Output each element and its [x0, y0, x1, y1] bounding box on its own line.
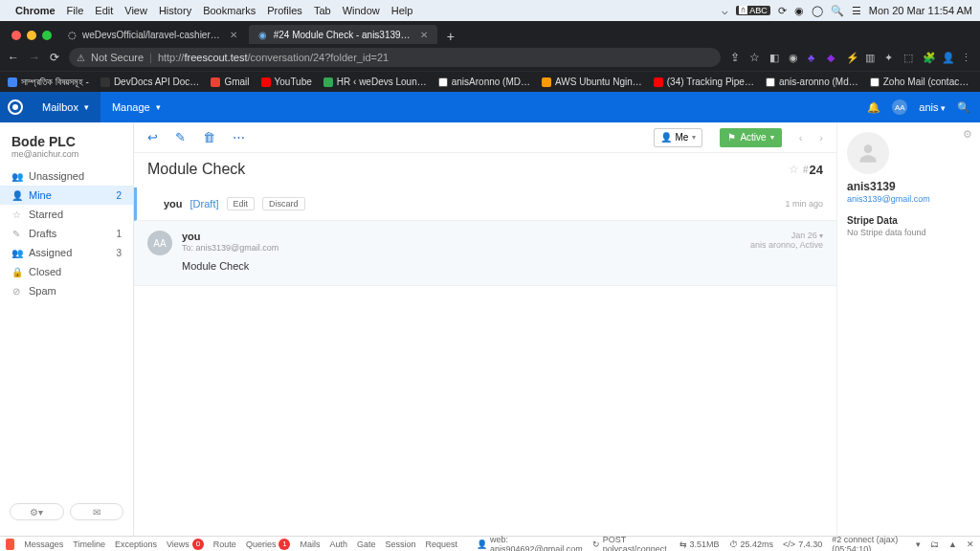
close-icon[interactable]: ✕	[230, 30, 237, 40]
bookmark-item[interactable]: AWS Ubuntu Ngin…	[542, 77, 642, 87]
ext-icon[interactable]: ♣	[808, 52, 819, 63]
debug-tab[interactable]: Messages	[24, 540, 63, 549]
control-center-icon[interactable]: ☰	[852, 5, 861, 17]
eye-icon[interactable]: ◉	[794, 5, 804, 17]
browser-tab-0[interactable]: ◌ weDevsOfficial/laravel-cashier… ✕	[57, 25, 247, 44]
back-button[interactable]: ←	[8, 51, 19, 64]
ext-icon[interactable]: ◉	[789, 52, 800, 63]
ext-icon[interactable]: ◆	[827, 52, 838, 63]
debug-tab[interactable]: Exceptions	[115, 540, 157, 549]
bluetooth-icon[interactable]: ⌵	[722, 5, 728, 17]
profile-icon[interactable]: 👤	[942, 52, 953, 63]
menu-history[interactable]: History	[159, 5, 191, 16]
search-icon[interactable]: 🔍	[957, 101, 970, 114]
bookmark-item[interactable]: YouTube	[261, 77, 312, 87]
debug-memory: ⇆ 3.51MB	[679, 540, 720, 549]
forward-button[interactable]: →	[29, 51, 40, 64]
debug-tab-views[interactable]: Views0	[167, 539, 204, 550]
menu-edit[interactable]: Edit	[95, 5, 113, 16]
debug-ajax[interactable]: #2 connect (ajax) (05:54:10) ▾	[832, 535, 921, 552]
sync-icon[interactable]: ⟳	[778, 5, 787, 17]
clock[interactable]: Mon 20 Mar 11:54 AM	[869, 5, 972, 16]
search-icon[interactable]: 🔍	[831, 5, 844, 17]
more-icon[interactable]: ⋯	[233, 130, 245, 144]
debug-folder-icon[interactable]: 🗂	[930, 540, 939, 549]
folder-assigned[interactable]: 👥Assigned3	[0, 243, 133, 262]
new-tab-button[interactable]: +	[439, 29, 462, 44]
note-icon[interactable]: ✎	[175, 130, 186, 144]
status-dropdown[interactable]: ⚑Active	[720, 128, 781, 147]
nav-mailbox[interactable]: Mailbox	[31, 92, 100, 122]
debug-up-icon[interactable]: ▲	[948, 540, 957, 549]
bookmark-item[interactable]: anisAronno (MD…	[438, 77, 530, 87]
draft-row[interactable]: you [Draft] Edit Discard 1 min ago	[134, 187, 836, 221]
bookmark-item[interactable]: DevDocs API Doc…	[100, 77, 199, 87]
folder-starred[interactable]: ☆Starred	[0, 205, 133, 224]
assignee-dropdown[interactable]: 👤Me	[654, 128, 703, 147]
menu-help[interactable]: Help	[391, 5, 413, 16]
message-date[interactable]: Jan 26	[750, 231, 823, 240]
folder-spam[interactable]: ⊘Spam	[0, 281, 133, 300]
star-icon[interactable]: ☆	[789, 163, 799, 176]
menu-icon[interactable]: ⋮	[961, 52, 972, 63]
bookmark-star-icon[interactable]: ☆	[749, 51, 760, 64]
delete-icon[interactable]: 🗑	[203, 130, 215, 144]
close-icon[interactable]: ✕	[420, 30, 428, 40]
ext-icon[interactable]: ▥	[865, 52, 877, 63]
menu-bookmarks[interactable]: Bookmarks	[203, 5, 256, 16]
debug-tab[interactable]: Timeline	[73, 540, 105, 549]
edit-draft-button[interactable]: Edit	[227, 197, 256, 210]
bookmark-item[interactable]: anis-aronno (Md…	[766, 77, 858, 87]
app-logo[interactable]	[0, 92, 31, 122]
debug-close-icon[interactable]: ✕	[967, 540, 974, 549]
next-conversation[interactable]: ›	[819, 132, 823, 143]
debug-tab[interactable]: Auth	[329, 540, 347, 549]
debugbar-logo-icon[interactable]	[6, 539, 14, 550]
bookmark-item[interactable]: (34) Tracking Pipe…	[654, 77, 754, 87]
ext-icon[interactable]: ✦	[884, 52, 896, 63]
menu-app[interactable]: Chrome	[15, 5, 56, 16]
bookmark-item[interactable]: সাম্প্রতিক বিষয়সমূহ -	[8, 77, 89, 88]
menu-file[interactable]: File	[67, 5, 84, 16]
menu-view[interactable]: View	[124, 5, 147, 16]
bookmark-item[interactable]: Gmail	[211, 77, 249, 87]
ext-icon[interactable]: ◧	[769, 52, 781, 63]
debug-tab[interactable]: Request	[425, 540, 457, 549]
user-menu[interactable]: anis	[919, 101, 946, 113]
reload-button[interactable]: ⟳	[50, 51, 59, 64]
menu-tab[interactable]: Tab	[314, 5, 331, 16]
folder-drafts[interactable]: ✎Drafts1	[0, 224, 133, 243]
input-source[interactable]: 🅰 ABC	[736, 6, 770, 15]
ext-icon[interactable]: ⚡	[846, 52, 858, 63]
debug-tab-queries[interactable]: Queries1	[246, 539, 291, 550]
menu-window[interactable]: Window	[343, 5, 380, 16]
notifications-icon[interactable]: 🔔	[867, 101, 880, 114]
browser-tab-1[interactable]: ◉ #24 Module Check - anis3139… ✕	[249, 25, 437, 44]
debug-tab[interactable]: Gate	[357, 540, 376, 549]
discard-draft-button[interactable]: Discard	[262, 197, 305, 210]
debug-tab[interactable]: Mails	[300, 540, 320, 549]
gear-icon[interactable]: ⚙	[963, 128, 972, 141]
folder-closed[interactable]: 🔒Closed	[0, 262, 133, 281]
window-controls[interactable]	[6, 31, 57, 44]
folder-unassigned[interactable]: 👥Unassigned	[0, 166, 133, 186]
customer-email[interactable]: anis3139@gmail.com	[847, 194, 970, 204]
debug-tab[interactable]: Route	[213, 540, 236, 549]
reply-icon[interactable]: ↩	[147, 130, 158, 144]
share-icon[interactable]: ⇪	[730, 51, 740, 64]
settings-button[interactable]: ⚙ ▾	[10, 503, 64, 520]
url-input[interactable]: ⚠ Not Secure | http://freescout.test/con…	[69, 48, 721, 67]
bookmark-item[interactable]: Zoho Mail (contac…	[870, 77, 969, 87]
ext-icon[interactable]: 🧩	[923, 52, 934, 63]
menu-profiles[interactable]: Profiles	[267, 5, 302, 16]
bookmark-item[interactable]: HR ‹ weDevs Loun…	[323, 77, 427, 87]
message-row[interactable]: AA you To: anis3139@gmail.com Module Che…	[134, 221, 836, 286]
compose-button[interactable]: ✉	[70, 503, 124, 520]
prev-conversation[interactable]: ‹	[799, 132, 803, 143]
ext-icon[interactable]: ⬚	[903, 52, 915, 63]
debug-tab[interactable]: Session	[385, 540, 415, 549]
debug-bar[interactable]: Messages Timeline Exceptions Views0 Rout…	[0, 536, 980, 551]
folder-mine[interactable]: 👤Mine2	[0, 186, 133, 205]
circle-icon[interactable]: ◯	[812, 5, 823, 17]
nav-manage[interactable]: Manage	[100, 92, 172, 122]
